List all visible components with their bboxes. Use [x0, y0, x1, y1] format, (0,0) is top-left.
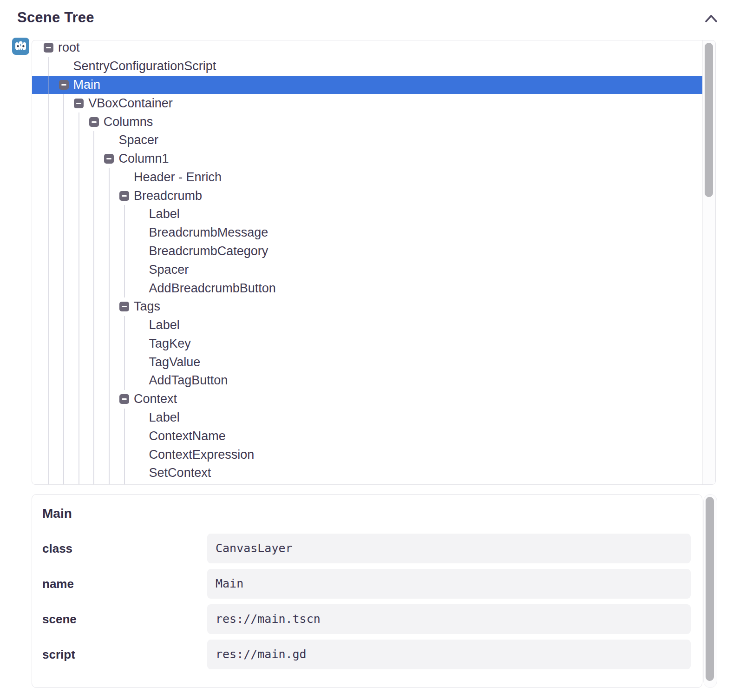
collapse-minus-icon[interactable] [119, 302, 129, 311]
collapse-minus-icon[interactable] [104, 154, 114, 164]
field-label: scene [42, 604, 207, 634]
tree-node-columns[interactable]: Columns [32, 112, 702, 131]
tree-node-header-enrich[interactable]: Header - Enrich [32, 168, 702, 186]
tree-node-label: TagValue [149, 355, 201, 370]
tree-node-root[interactable]: root [32, 40, 702, 57]
tree-node-contextexpression[interactable]: ContextExpression [32, 445, 702, 464]
tree-node-label: BreadcrumbCategory [149, 244, 268, 258]
tree-node-label: Column1 [118, 152, 169, 166]
tree-node-sentryconfigurationscript[interactable]: SentryConfigurationScript [32, 57, 702, 76]
node-details-panel: Main classCanvasLayernameMainsceneres://… [32, 494, 702, 688]
tree-node-label: Columns [104, 115, 153, 129]
collapse-minus-icon[interactable] [89, 117, 99, 127]
tree-node-addbreadcrumbbutton[interactable]: AddBreadcrumbButton [32, 279, 702, 297]
details-scrollbar-thumb[interactable] [706, 497, 714, 681]
tree-node-breadcrumbmessage[interactable]: BreadcrumbMessage [32, 224, 702, 242]
tree-node-vboxcontainer[interactable]: VBoxContainer [32, 94, 702, 112]
tree-node-addtagbutton[interactable]: AddTagButton [32, 371, 702, 390]
tree-node-contextname[interactable]: ContextName [32, 427, 702, 445]
tree-node-label: Header - Enrich [134, 170, 222, 185]
tree-node-label: AddTagButton [149, 373, 228, 388]
field-value: Main [207, 569, 691, 599]
tree-node-label: Label [149, 410, 180, 425]
tree-node-label: Main [73, 78, 101, 92]
tree-node-label: Label [149, 318, 180, 332]
tree-node-spacer[interactable]: Spacer [32, 131, 702, 150]
collapse-minus-icon[interactable] [59, 80, 69, 90]
tree-node-label: Context [134, 392, 177, 406]
tree-node-label[interactable]: Label [32, 316, 702, 335]
field-label: class [42, 534, 207, 563]
detail-field-scene: sceneres://main.tscn [42, 604, 691, 634]
field-label: name [42, 569, 207, 599]
tree-node-setcontext[interactable]: SetContext [32, 464, 702, 482]
godot-icon [12, 38, 29, 55]
tree-node-label[interactable]: Label [32, 409, 702, 427]
chevron-up-icon[interactable] [704, 13, 718, 25]
tree-node-breadcrumb[interactable]: Breadcrumb [32, 186, 702, 205]
collapse-minus-icon[interactable] [119, 191, 129, 201]
tree-node-label: root [58, 40, 80, 55]
field-value: res://main.gd [207, 640, 691, 669]
scene-tree-panel: rootSentryConfigurationScriptMainVBoxCon… [32, 40, 716, 485]
detail-field-script: scriptres://main.gd [42, 640, 691, 669]
tree-node-label: Spacer [149, 263, 189, 277]
detail-field-name: nameMain [42, 569, 691, 599]
collapse-minus-icon[interactable] [74, 99, 84, 108]
field-value: CanvasLayer [207, 534, 691, 563]
details-scrollbar[interactable] [703, 494, 717, 688]
scene-tree-viewport: rootSentryConfigurationScriptMainVBoxCon… [32, 40, 702, 484]
tree-node-label: SentryConfigurationScript [73, 59, 216, 73]
field-label: script [42, 640, 207, 669]
tree-node-label: AddBreadcrumbButton [149, 281, 276, 296]
tree-node-label: ContextExpression [149, 448, 255, 462]
tree-node-context[interactable]: Context [32, 390, 702, 409]
field-value: res://main.tscn [207, 604, 691, 634]
tree-node-tagvalue[interactable]: TagValue [32, 353, 702, 371]
tree-node-label: Breadcrumb [134, 189, 202, 203]
tree-node-label: Tags [134, 299, 160, 314]
tree-scrollbar-thumb[interactable] [705, 43, 713, 197]
page-title: Scene Tree [17, 9, 94, 26]
tree-node-label: ContextName [149, 429, 226, 443]
tree-node-tagkey[interactable]: TagKey [32, 335, 702, 353]
tree-node-column1[interactable]: Column1 [32, 150, 702, 168]
tree-node-label: VBoxContainer [88, 96, 173, 111]
tree-node-label: Spacer [118, 133, 158, 147]
tree-node-label[interactable]: Label [32, 205, 702, 224]
tree-node-spacer[interactable]: Spacer [32, 260, 702, 279]
collapse-minus-icon[interactable] [119, 394, 129, 404]
tree-node-label: TagKey [149, 337, 191, 351]
detail-field-class: classCanvasLayer [42, 534, 691, 563]
details-title: Main [42, 506, 691, 522]
tree-node-label: BreadcrumbMessage [149, 225, 268, 240]
tree-scrollbar[interactable] [702, 40, 715, 484]
tree-node-main[interactable]: Main [32, 76, 702, 94]
tree-node-breadcrumbcategory[interactable]: BreadcrumbCategory [32, 242, 702, 261]
tree-node-label: Label [149, 207, 180, 221]
tree-node-tags[interactable]: Tags [32, 297, 702, 316]
tree-node-label: SetContext [149, 466, 211, 480]
collapse-minus-icon[interactable] [44, 43, 53, 53]
